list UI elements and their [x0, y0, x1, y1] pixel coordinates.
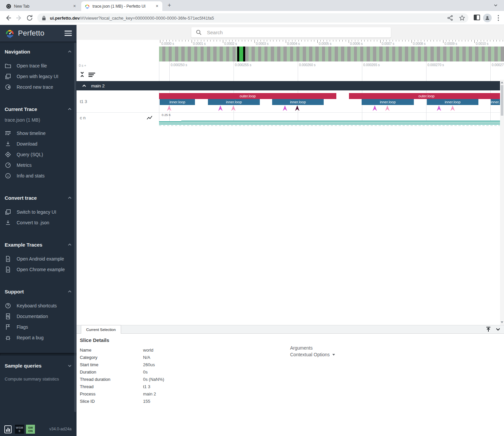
- info-icon: [5, 172, 11, 179]
- details-value: main 2: [143, 391, 156, 396]
- section-items: Show timelineDownloadQuery (SQL)MetricsI…: [0, 128, 77, 181]
- details-label: Category: [80, 355, 143, 360]
- avatar[interactable]: [483, 14, 492, 22]
- hamburger-menu-icon[interactable]: [65, 29, 72, 37]
- new-tab-button[interactable]: +: [166, 2, 173, 9]
- browser-tab-strip: New Tab × trace.json (1 MB) - Perfetto U…: [0, 0, 504, 11]
- viewport-window[interactable]: [239, 47, 243, 61]
- app-topbar: Search: [77, 25, 504, 40]
- download-icon: [5, 219, 11, 226]
- sidebar-item-label: Open with legacy UI: [17, 74, 58, 79]
- section-title-sample-queries[interactable]: Sample queries: [0, 359, 77, 371]
- section-title-label: Support: [5, 289, 24, 294]
- section-title-navigation[interactable]: Navigation: [0, 45, 77, 57]
- viewport-edge-right[interactable]: [243, 47, 245, 61]
- details-value: 260us: [143, 362, 155, 367]
- close-icon[interactable]: ×: [154, 4, 160, 9]
- arguments-title: Arguments: [290, 345, 335, 351]
- sidebar-item-keyboard-shortcuts[interactable]: Keyboard shortcuts: [0, 300, 77, 311]
- minimap-viewport-handle[interactable]: [237, 47, 245, 61]
- section-title-label: Convert trace: [5, 195, 37, 201]
- forward-icon[interactable]: [15, 14, 23, 22]
- side-panel-icon[interactable]: [474, 15, 480, 20]
- sidebar-item-switch-to-legacy-ui[interactable]: Switch to legacy UI: [0, 207, 77, 217]
- search-input[interactable]: Search: [191, 27, 391, 38]
- sidebar-item-show-timeline[interactable]: Show timeline: [0, 128, 77, 139]
- section-title-label: Current Trace: [5, 106, 37, 112]
- section-title-example-traces[interactable]: Example Traces: [0, 238, 77, 250]
- file-icon: [5, 266, 11, 273]
- details-value: N/A: [143, 355, 150, 360]
- chevron-up-icon: [82, 83, 86, 88]
- slice-inner-loop[interactable]: inner.loop: [427, 99, 478, 105]
- sidebar-item-compute-summary-statistics[interactable]: Compute summary statistics: [0, 375, 77, 383]
- url-bar[interactable]: ui.perfetto.dev/#!/viewer?local_cache_ke…: [37, 13, 468, 23]
- search-placeholder: Search: [207, 30, 223, 35]
- folder-open-icon: [5, 62, 11, 69]
- sidebar-item-open-with-legacy-ui[interactable]: Open with legacy UI: [0, 71, 77, 82]
- contextual-options-dropdown[interactable]: Contextual Options: [290, 352, 335, 358]
- expand-panel-icon[interactable]: [485, 326, 491, 332]
- timeline-icon: [5, 130, 11, 137]
- section-items: Open trace fileOpen with legacy UIRecord…: [0, 60, 77, 92]
- counter-baseline: [159, 124, 504, 125]
- details-row-start-time: Start time260us: [80, 361, 164, 368]
- bookmark-star-icon[interactable]: [459, 15, 465, 21]
- sidebar-item-convert-to-json[interactable]: Convert to .json: [0, 217, 77, 228]
- sidebar-item-download[interactable]: Download: [0, 139, 77, 149]
- slice-inner-loop[interactable]: inner.loop: [208, 99, 260, 105]
- slice-outer-loop[interactable]: outer.loop: [349, 93, 504, 99]
- scroll-up-arrow-icon[interactable]: [501, 81, 503, 83]
- sidebar-item-open-chrome-example[interactable]: Open Chrome example: [0, 264, 77, 275]
- slice-inner-loop[interactable]: inner.loop: [362, 99, 414, 105]
- sidebar-item-label: Open Android example: [17, 256, 64, 262]
- vertical-scrollbar[interactable]: [500, 80, 504, 325]
- chevron-down-icon[interactable]: [495, 327, 501, 332]
- process-group-header-main-2[interactable]: main 2: [77, 81, 500, 90]
- collapse-tracks-icon[interactable]: [80, 71, 85, 78]
- trace-stats-icon[interactable]: [4, 425, 12, 433]
- scroll-down-arrow-icon[interactable]: [501, 321, 503, 323]
- slice-inner-loop[interactable]: inner.loop: [272, 99, 324, 105]
- sidebar-item-query-sql[interactable]: Query (SQL): [0, 149, 77, 160]
- sidebar-item-documentation[interactable]: Documentation: [0, 311, 77, 322]
- scrollbar-thumb[interactable]: [501, 85, 503, 116]
- details-value: t1 3: [143, 384, 150, 389]
- sidebar-item-metrics[interactable]: Metrics: [0, 160, 77, 170]
- sidebar-item-label: Switch to legacy UI: [17, 209, 56, 215]
- slice-outer-loop[interactable]: outer.loop: [159, 93, 336, 99]
- sidebar-item-flags[interactable]: Flags: [0, 322, 77, 332]
- counter-band-segment[interactable]: [181, 121, 504, 124]
- tab-current-selection[interactable]: Current Selection: [81, 325, 121, 334]
- slice-inner-loop[interactable]: inner.loop: [160, 99, 195, 105]
- section-title-current-trace[interactable]: Current Trace: [0, 102, 77, 115]
- sidebar-item-open-trace-file[interactable]: Open trace file: [0, 60, 77, 71]
- back-icon[interactable]: [5, 14, 12, 22]
- record-icon: [5, 84, 11, 90]
- section-title-support[interactable]: Support: [0, 285, 77, 297]
- sidebar-item-record-new-trace[interactable]: Record new trace: [0, 82, 77, 92]
- details-row-process: Processmain 2: [80, 390, 164, 397]
- counter-band-segment[interactable]: [159, 121, 181, 124]
- sidebar-item-info-and-stats[interactable]: Info and stats: [0, 170, 77, 181]
- share-icon[interactable]: [447, 15, 453, 21]
- overview-minimap[interactable]: [77, 47, 504, 61]
- browser-tab-perfetto[interactable]: trace.json (1 MB) - Perfetto UI ×: [81, 1, 162, 11]
- chevron-down-icon[interactable]: [493, 3, 498, 8]
- details-label: Thread duration: [80, 377, 143, 382]
- sidebar-sections: NavigationOpen trace fileOpen with legac…: [0, 42, 77, 383]
- sidebar-item-report-a-bug[interactable]: Report a bug: [0, 332, 77, 343]
- reload-icon[interactable]: [26, 14, 33, 22]
- sort-tracks-icon[interactable]: [88, 72, 95, 77]
- browser-tab-new-tab[interactable]: New Tab ×: [3, 1, 80, 11]
- kebab-menu-icon[interactable]: [495, 14, 501, 22]
- close-icon[interactable]: ×: [72, 4, 77, 9]
- sidebar-scrollbar[interactable]: [74, 43, 76, 412]
- details-row-thread: Threadt1 3: [80, 383, 164, 390]
- details-row-duration: Duration0s: [80, 368, 164, 376]
- sidebar-item-open-android-example[interactable]: Open Android example: [0, 254, 77, 264]
- slice-details-panel: Slice Details NameworldCategoryN/AStart …: [77, 334, 504, 436]
- ruler-minor-ticks: [160, 40, 504, 42]
- download-icon: [5, 141, 11, 147]
- section-title-convert-trace[interactable]: Convert trace: [0, 191, 77, 203]
